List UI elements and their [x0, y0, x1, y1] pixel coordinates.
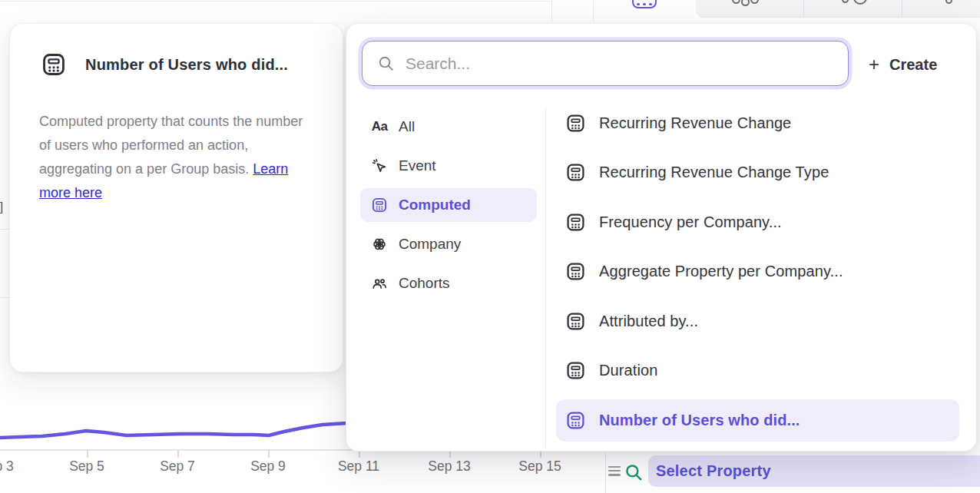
calculator-icon [565, 261, 586, 282]
x-axis-label: Sep 5 [56, 458, 118, 475]
x-axis-tick [268, 450, 270, 458]
drag-handle-icon[interactable] [608, 466, 621, 476]
calculator-icon [41, 51, 67, 78]
property-tooltip-card: Number of Users who did... Computed prop… [9, 23, 343, 372]
calculator-icon [565, 311, 586, 332]
select-property-label: Select Property [656, 462, 771, 480]
create-button-label: Create [889, 56, 937, 74]
history-icon[interactable] [853, 0, 867, 5]
select-property-field[interactable]: Select Property [648, 455, 980, 487]
calculator-icon [565, 162, 586, 183]
x-axis-label: Sep 7 [147, 458, 208, 475]
property-item-label: Recurring Revenue Change Type [599, 164, 829, 181]
property-item[interactable]: Recurring Revenue Change [556, 98, 959, 148]
metric-line-chart [0, 369, 350, 453]
tab-separator [902, 0, 902, 17]
property-item-label: Number of Users who did... [599, 412, 800, 429]
property-item-label: Frequency per Company... [599, 213, 782, 231]
property-item-label: Attributed by... [599, 313, 698, 330]
property-item[interactable]: Frequency per Company... [556, 197, 959, 247]
create-button[interactable]: + Create [869, 51, 961, 78]
company-icon [371, 236, 388, 253]
property-item[interactable]: Number of Users who did... [556, 395, 959, 445]
x-axis-tick [87, 450, 88, 458]
app-screen: y] [0, 0, 980, 493]
calculator-icon [565, 212, 586, 233]
background-card-edge [0, 1, 551, 2]
x-axis-label: Sep 3 [0, 458, 27, 475]
category-label: Cohorts [399, 275, 450, 292]
company-icon[interactable] [750, 0, 759, 4]
clipped-background-text: y] [0, 200, 3, 215]
x-axis-tick [177, 450, 179, 458]
view-tabbar [538, 0, 980, 22]
property-search-icon [624, 462, 644, 482]
tabbar-divider [551, 0, 552, 22]
search-input[interactable] [362, 41, 849, 86]
calculator-icon [565, 360, 586, 381]
category-label: Company [399, 236, 461, 253]
panel-divider [545, 107, 546, 448]
category-event[interactable]: Event [360, 149, 537, 183]
event-icon [371, 157, 388, 174]
cohorts-icon [371, 275, 388, 292]
tab-separator [803, 0, 804, 17]
property-item-label: Duration [599, 362, 657, 379]
search-field-wrap [362, 41, 849, 86]
property-list: Recurring Revenue ChangeRecurring Revenu… [556, 98, 959, 445]
property-item-label: Recurring Revenue Change [599, 114, 791, 132]
category-label: Event [399, 157, 436, 174]
property-item-label: Aggregate Property per Company... [599, 263, 843, 280]
text-icon: Aa [371, 118, 388, 135]
tooltip-title: Number of Users who did... [85, 56, 288, 74]
history-icon[interactable] [842, 0, 849, 3]
calculator-icon [565, 113, 586, 134]
category-computed[interactable]: Computed [360, 188, 537, 222]
x-axis-label: Sep 15 [509, 458, 571, 475]
property-picker-panel: + Create AaAllEventComputedCompanyCohort… [346, 23, 977, 452]
calculator-icon [565, 410, 586, 431]
category-label: All [399, 118, 415, 135]
category-company[interactable]: Company [360, 227, 537, 261]
property-item[interactable]: Recurring Revenue Change Type [556, 148, 959, 198]
x-axis-label: Sep 13 [419, 458, 480, 475]
company-icon[interactable] [741, 0, 750, 6]
property-item[interactable]: Duration [556, 346, 959, 396]
company-icon[interactable] [732, 0, 740, 4]
query-bar-divider [605, 453, 606, 493]
x-axis-label: Sep 9 [237, 458, 299, 475]
inactive-tabs-group[interactable] [696, 0, 980, 18]
x-axis-label: Sep 11 [328, 458, 389, 475]
category-label: Computed [399, 197, 471, 213]
category-cohorts[interactable]: Cohorts [360, 266, 537, 300]
plus-icon: + [869, 55, 879, 74]
category-list: AaAllEventComputedCompanyCohorts [360, 110, 537, 300]
property-item[interactable]: Attributed by... [556, 296, 959, 346]
tooltip-description: Computed property that counts the number… [39, 110, 310, 205]
calculator-icon [371, 197, 388, 213]
user-icon[interactable] [945, 0, 952, 4]
category-all[interactable]: AaAll [360, 110, 537, 144]
tabbar-divider [593, 0, 594, 22]
property-item[interactable]: Aggregate Property per Company... [556, 247, 959, 297]
calculator-tab-active[interactable] [632, 0, 657, 8]
